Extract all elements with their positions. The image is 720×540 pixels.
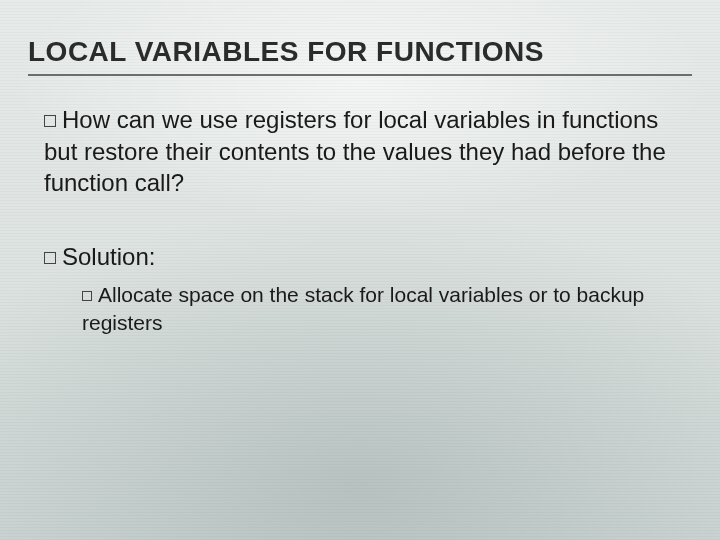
- slide: LOCAL VARIABLES FOR FUNCTIONS How can we…: [0, 0, 720, 540]
- square-bullet-icon: [44, 115, 56, 127]
- bullet-item-1: How can we use registers for local varia…: [44, 104, 692, 199]
- sub-bullet-item-1: Allocate space on the stack for local va…: [82, 281, 692, 338]
- bullet-text-2: Solution:: [62, 243, 155, 270]
- square-bullet-icon: [82, 291, 92, 301]
- slide-content: LOCAL VARIABLES FOR FUNCTIONS How can we…: [0, 0, 720, 407]
- bullet-item-2: Solution: Allocate space on the stack fo…: [44, 241, 692, 337]
- slide-title: LOCAL VARIABLES FOR FUNCTIONS: [28, 36, 692, 76]
- bullet-text-1: How can we use registers for local varia…: [44, 106, 666, 196]
- square-bullet-icon: [44, 252, 56, 264]
- sub-bullet-text-1: Allocate space on the stack for local va…: [82, 283, 644, 334]
